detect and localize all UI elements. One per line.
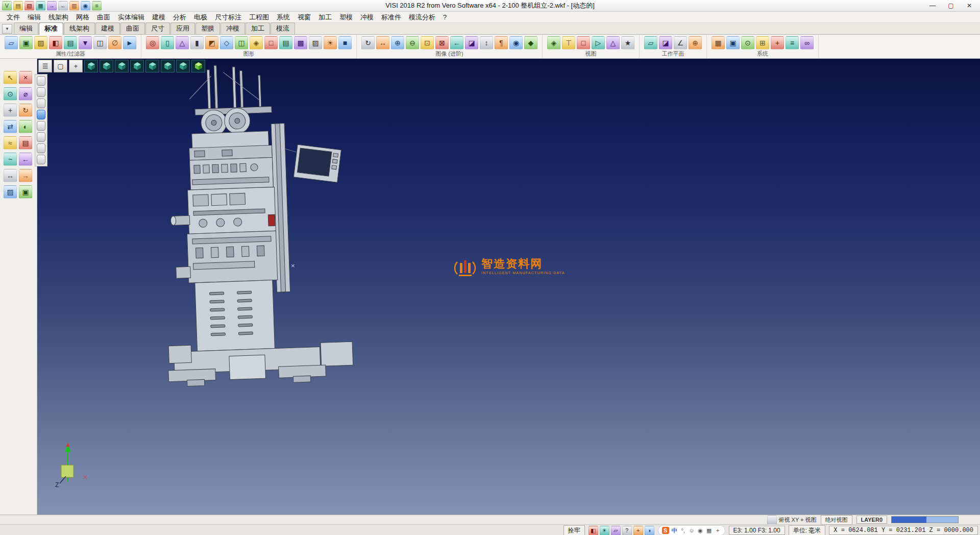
- plan-view-icon[interactable]: ▢: [54, 60, 67, 72]
- wireframe-view-icon[interactable]: ◇: [220, 36, 233, 50]
- curve-tools-icon[interactable]: ~: [4, 153, 17, 166]
- tab-item[interactable]: 塑膜: [195, 22, 220, 34]
- maximize-button[interactable]: ▢: [942, 1, 960, 10]
- texture-icon[interactable]: ▨: [309, 36, 322, 50]
- layer-visibility-button[interactable]: [37, 155, 45, 164]
- snap-lock-toggle[interactable]: 拴牢: [564, 525, 585, 535]
- workplane-status-icon[interactable]: ▱: [611, 526, 621, 535]
- ime-keyboard-icon[interactable]: ▦: [706, 527, 713, 534]
- move-entity-icon[interactable]: +: [4, 104, 17, 117]
- background-icon[interactable]: ■: [338, 36, 352, 50]
- clipboard-icon[interactable]: ▣: [19, 185, 32, 199]
- edit-attributes-icon[interactable]: ▱: [5, 36, 18, 50]
- attribute-brush-icon[interactable]: ▨: [34, 36, 47, 50]
- ime-emoji-icon[interactable]: ☺: [689, 527, 695, 534]
- dynamic-rotate-icon[interactable]: ↻: [361, 36, 375, 50]
- view-list-icon[interactable]: ☰: [38, 60, 52, 72]
- tube-display-icon[interactable]: ▮: [190, 36, 204, 50]
- layer-visibility-button[interactable]: [37, 121, 45, 131]
- tab-item[interactable]: 建模: [95, 22, 120, 34]
- menu-item[interactable]: 视窗: [294, 12, 314, 22]
- select-entity-icon[interactable]: ↖: [4, 71, 17, 84]
- cad-model[interactable]: [164, 64, 368, 416]
- workplane-rotate-icon[interactable]: ∠: [674, 36, 687, 50]
- dimension-tools-icon[interactable]: ↔: [4, 169, 17, 182]
- color-filter-icon[interactable]: ◧: [49, 36, 62, 50]
- workplane-icon[interactable]: ▱: [644, 36, 657, 50]
- hidden-line-icon[interactable]: ◫: [235, 36, 248, 50]
- menu-item[interactable]: 工程图: [246, 12, 273, 22]
- menu-item[interactable]: 实体编辑: [114, 12, 148, 22]
- tab-item[interactable]: 线架构: [64, 22, 95, 34]
- dynamic-pan-icon[interactable]: ↔: [376, 36, 389, 50]
- right-view-icon[interactable]: ▷: [592, 36, 605, 50]
- menu-item[interactable]: 建模: [149, 12, 169, 22]
- tab-item[interactable]: 加工: [246, 22, 270, 34]
- render-mode-icon[interactable]: ▩: [294, 36, 307, 50]
- absolute-view-button[interactable]: 绝对视图: [821, 515, 852, 525]
- notebook-icon[interactable]: ▤: [19, 136, 32, 150]
- screen-capture-icon[interactable]: ◉: [509, 36, 523, 50]
- iso-view-icon[interactable]: ◈: [547, 36, 560, 50]
- cube-right-icon[interactable]: [176, 60, 190, 72]
- material-icon[interactable]: ◆: [524, 36, 537, 50]
- mirror-entity-icon[interactable]: ⇄: [4, 120, 17, 133]
- print-icon[interactable]: ▥: [69, 1, 79, 11]
- cube-iso-se-icon[interactable]: [84, 60, 98, 72]
- axes-icon[interactable]: +: [69, 60, 83, 72]
- previous-view-icon[interactable]: ←: [450, 36, 463, 50]
- layer-visibility-button[interactable]: [37, 99, 45, 108]
- menu-item[interactable]: 加工: [315, 12, 335, 22]
- tab-item[interactable]: 曲面: [120, 22, 145, 34]
- tab-item[interactable]: 尺寸: [145, 22, 170, 34]
- reset-filter-icon[interactable]: ∅: [108, 36, 121, 50]
- tab-item[interactable]: 冲模: [220, 22, 245, 34]
- menu-item[interactable]: 网格: [72, 12, 93, 22]
- cube-iso-ne-icon[interactable]: [115, 60, 129, 72]
- export-icon[interactable]: ←: [58, 1, 68, 11]
- grid-settings-icon[interactable]: ⊞: [756, 36, 769, 50]
- layer-visibility-button[interactable]: [37, 110, 45, 119]
- layer-visibility-button[interactable]: [37, 132, 45, 142]
- trim-entity-icon[interactable]: ×: [19, 71, 32, 84]
- menu-item[interactable]: 标准件: [378, 12, 405, 22]
- ime-chinese-icon[interactable]: 中: [671, 527, 678, 534]
- menu-item[interactable]: 文件: [3, 12, 23, 22]
- color-table-icon[interactable]: ▦: [712, 36, 725, 50]
- menu-item[interactable]: 塑模: [336, 12, 356, 22]
- tab-item[interactable]: 应用: [170, 22, 195, 34]
- navigation-icon[interactable]: +: [633, 526, 643, 535]
- menu-item[interactable]: 编辑: [24, 12, 44, 22]
- save-icon[interactable]: ▦: [36, 1, 45, 11]
- cube-top-icon[interactable]: [145, 60, 159, 72]
- menu-item[interactable]: 模流分析: [405, 12, 439, 22]
- redo-icon[interactable]: →: [19, 169, 32, 182]
- axonometric-view-icon[interactable]: △: [606, 36, 620, 50]
- bounding-box-icon[interactable]: □: [264, 36, 278, 50]
- measure-icon[interactable]: ↕: [480, 36, 493, 50]
- cube-shaded-icon[interactable]: [191, 60, 205, 72]
- menu-item[interactable]: 线架构: [45, 12, 72, 22]
- element-filter-icon[interactable]: ◫: [93, 36, 107, 50]
- zoom-in-icon[interactable]: ⊕: [391, 36, 404, 50]
- menu-item[interactable]: 尺寸标注: [211, 12, 245, 22]
- saved-views-icon[interactable]: ★: [621, 36, 634, 50]
- workplane-origin-icon[interactable]: ⊕: [689, 36, 702, 50]
- ime-punctuation-icon[interactable]: °,: [680, 527, 687, 534]
- display-settings-icon[interactable]: ▣: [726, 36, 740, 50]
- open-file-icon[interactable]: ▧: [24, 1, 34, 11]
- tab-overflow-dropdown[interactable]: ▼: [2, 24, 12, 34]
- layer-visibility-button[interactable]: [37, 87, 45, 97]
- annotation-icon[interactable]: ¶: [495, 36, 508, 50]
- visi-logo-icon[interactable]: V: [2, 1, 12, 11]
- menu-item[interactable]: ?: [439, 13, 450, 21]
- zoom-window-icon[interactable]: ⊡: [421, 36, 434, 50]
- menu-item[interactable]: 冲模: [357, 12, 377, 22]
- tab-item[interactable]: 编辑: [14, 22, 38, 34]
- layer-manager-icon[interactable]: ▤: [279, 36, 292, 50]
- view-orientation-icon[interactable]: [767, 515, 777, 525]
- tab-item[interactable]: 模流: [271, 22, 295, 34]
- copy-attributes-icon[interactable]: ▣: [19, 36, 33, 50]
- active-layer-button[interactable]: LAYER0: [856, 516, 887, 524]
- display-mode-icon[interactable]: ◧: [589, 526, 598, 535]
